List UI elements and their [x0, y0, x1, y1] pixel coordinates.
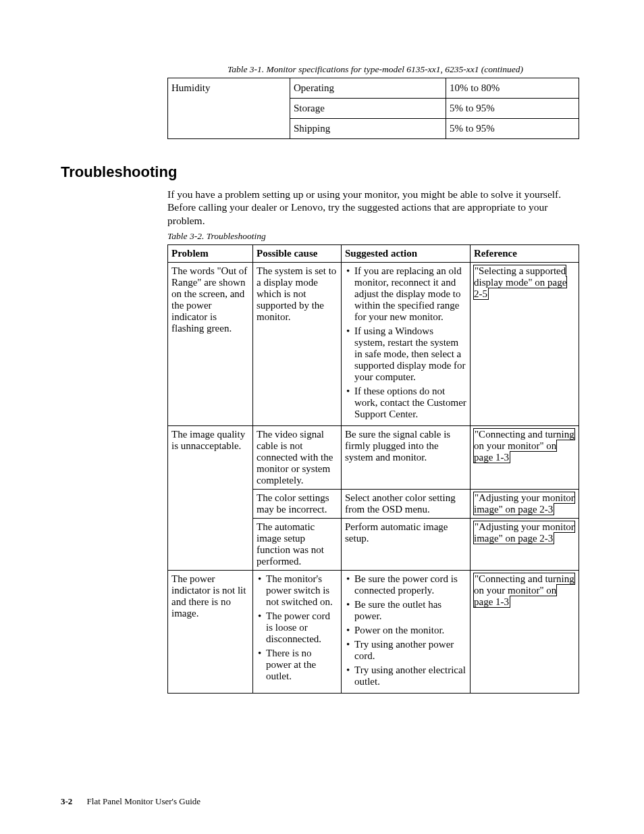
table-row: The power indictator is not lit and ther… [168, 571, 579, 694]
cell-problem: The power indictator is not lit and ther… [168, 571, 253, 694]
spec-cond: Operating [290, 78, 446, 99]
spec-cond: Storage [290, 99, 446, 119]
list-item: If using a Windows system, restart the s… [354, 325, 466, 383]
cell-reference: "Connecting and turning on your monitor"… [471, 426, 579, 490]
intro-paragraph: If you have a problem setting up or usin… [167, 188, 583, 227]
list-item: Power on the monitor. [354, 625, 466, 636]
reference-link[interactable]: "Adjusting your monitor image" on page 2… [474, 521, 574, 544]
cell-reference: "Adjusting your monitor image" on page 2… [471, 519, 579, 571]
reference-link[interactable]: "Adjusting your monitor image" on page 2… [474, 492, 574, 515]
cell-reference: "Connecting and turning on your monitor"… [471, 571, 579, 694]
list-item: Try using another power cord. [354, 639, 466, 662]
cell-cause: The color settings may be incorrect. [253, 490, 342, 519]
th-action: Suggested action [342, 245, 471, 263]
list-item: The monitor's power switch is not switch… [266, 573, 338, 608]
trouble-table-caption: Table 3-2. Troubleshooting [167, 231, 583, 242]
spec-table-caption: Table 3-1. Monitor specifications for ty… [167, 64, 583, 75]
list-item: If these options do not work, contact th… [354, 386, 466, 420]
trouble-table: Problem Possible cause Suggested action … [167, 244, 579, 694]
cell-action: Select another color setting from the OS… [342, 490, 471, 519]
footer-title: Flat Panel Monitor User's Guide [87, 796, 200, 806]
spec-table: Humidity Operating 10% to 80% Storage 5%… [167, 78, 579, 139]
section-heading: Troubleshooting [61, 163, 583, 181]
th-problem: Problem [168, 245, 253, 263]
section-body: If you have a problem setting up or usin… [167, 188, 583, 694]
table-row: The image quality is unnacceptable. The … [168, 426, 579, 490]
cause-list: The monitor's power switch is not switch… [257, 573, 338, 682]
list-item: There is no power at the outlet. [266, 648, 338, 682]
spec-row-label: Humidity [168, 78, 290, 139]
list-item: Be sure the power cord is connected prop… [354, 573, 466, 596]
cell-problem: The words "Out of Range" are shown on th… [168, 263, 253, 426]
reference-link[interactable]: "Connecting and turning on your monitor"… [474, 573, 574, 607]
cell-action: Perform automatic image setup. [342, 519, 471, 571]
cell-cause: The system is set to a display mode whic… [253, 263, 342, 426]
th-cause: Possible cause [253, 245, 342, 263]
page-footer: 3-2 Flat Panel Monitor User's Guide [61, 796, 200, 807]
list-item: The power cord is loose or disconnected. [266, 610, 338, 645]
cell-action: Be sure the power cord is connected prop… [342, 571, 471, 694]
cell-problem: The image quality is unnacceptable. [168, 426, 253, 571]
spec-val: 5% to 95% [446, 119, 579, 139]
cell-cause: The automatic image setup function was n… [253, 519, 342, 571]
spec-table-block: Table 3-1. Monitor specifications for ty… [167, 64, 583, 139]
spec-val: 5% to 95% [446, 99, 579, 119]
list-item: Be sure the outlet has power. [354, 599, 466, 622]
cell-reference: "Selecting a supported display mode" on … [471, 263, 579, 426]
list-item: If you are replacing an old monitor, rec… [354, 265, 466, 323]
cell-action: Be sure the signal cable is firmly plugg… [342, 426, 471, 490]
action-list: If you are replacing an old monitor, rec… [345, 265, 466, 420]
list-item: Try using another electrical outlet. [354, 664, 466, 687]
action-list: Be sure the power cord is connected prop… [345, 573, 466, 687]
spec-val: 10% to 80% [446, 78, 579, 99]
spec-cond: Shipping [290, 119, 446, 139]
cell-cause: The monitor's power switch is not switch… [253, 571, 342, 694]
reference-link[interactable]: "Selecting a supported display mode" on … [474, 265, 566, 299]
table-row: Humidity Operating 10% to 80% [168, 78, 579, 99]
th-reference: Reference [471, 245, 579, 263]
page-number: 3-2 [61, 796, 72, 806]
cell-reference: "Adjusting your monitor image" on page 2… [471, 490, 579, 519]
cell-action: If you are replacing an old monitor, rec… [342, 263, 471, 426]
reference-link[interactable]: "Connecting and turning on your monitor"… [474, 429, 574, 463]
table-row: The words "Out of Range" are shown on th… [168, 263, 579, 426]
cell-cause: The video signal cable is not connected … [253, 426, 342, 490]
table-header-row: Problem Possible cause Suggested action … [168, 245, 579, 263]
